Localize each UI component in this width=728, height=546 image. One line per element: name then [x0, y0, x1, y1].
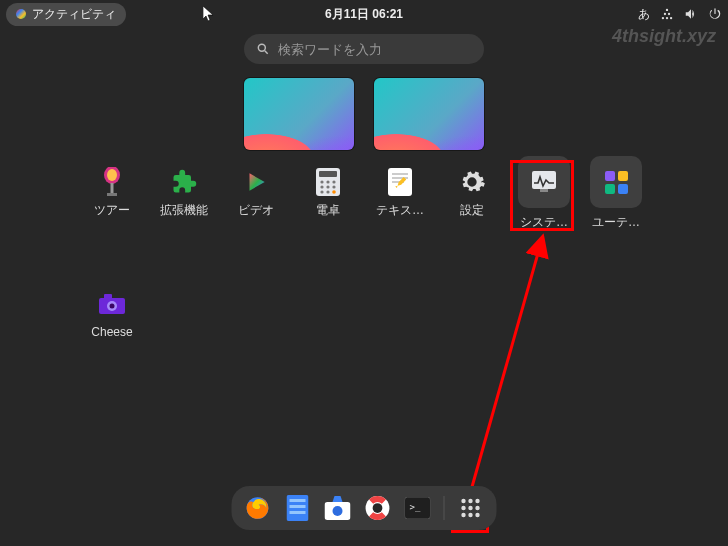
watermark-text: 4thsight.xyz — [612, 26, 716, 47]
calculator-icon — [314, 168, 342, 196]
search-icon — [256, 42, 270, 56]
utilities-folder-icon — [605, 171, 628, 194]
svg-rect-30 — [104, 294, 112, 300]
app-calculator[interactable]: 電卓 — [292, 168, 364, 231]
svg-point-3 — [664, 13, 666, 15]
activities-icon — [16, 9, 26, 19]
dock-software[interactable] — [324, 494, 352, 522]
annotation-highlight-system — [510, 160, 574, 231]
svg-point-15 — [326, 180, 329, 183]
workspace-thumbnail-1[interactable] — [244, 78, 354, 150]
app-label: 電卓 — [316, 202, 340, 219]
svg-point-40 — [333, 506, 343, 516]
app-label: Cheese — [91, 325, 132, 339]
dock-files[interactable] — [284, 494, 312, 522]
app-text-editor[interactable]: テキス… — [364, 168, 436, 231]
app-label: 拡張機能 — [160, 202, 208, 219]
app-extensions[interactable]: 拡張機能 — [148, 168, 220, 231]
dock-separator — [444, 496, 445, 520]
workspace-thumbnail-2[interactable] — [374, 78, 484, 150]
app-videos[interactable]: ビデオ — [220, 168, 292, 231]
svg-point-50 — [475, 506, 479, 510]
extensions-icon — [170, 168, 198, 196]
app-label: ユーテ… — [592, 214, 640, 231]
app-tour[interactable]: ツアー — [76, 168, 148, 231]
svg-point-5 — [666, 9, 668, 11]
power-icon[interactable] — [708, 7, 722, 21]
svg-point-16 — [332, 180, 335, 183]
clock-datetime[interactable]: 6月11日 06:21 — [325, 6, 403, 23]
svg-point-19 — [332, 185, 335, 188]
svg-text:>_: >_ — [410, 502, 421, 512]
gear-icon — [458, 168, 486, 196]
dock-help[interactable] — [364, 494, 392, 522]
svg-point-52 — [468, 513, 472, 517]
svg-rect-36 — [290, 499, 306, 502]
app-label: 設定 — [460, 202, 484, 219]
app-label: ツアー — [94, 202, 130, 219]
svg-rect-37 — [290, 505, 306, 508]
svg-point-1 — [666, 17, 668, 19]
dock-firefox[interactable] — [244, 494, 272, 522]
search-input[interactable] — [278, 42, 472, 57]
tour-icon — [98, 168, 126, 196]
svg-point-0 — [662, 17, 664, 19]
svg-point-48 — [461, 506, 465, 510]
dock-terminal[interactable]: >_ — [404, 494, 432, 522]
svg-point-18 — [326, 185, 329, 188]
svg-point-32 — [110, 304, 115, 309]
text-editor-icon — [386, 168, 414, 196]
app-label: ビデオ — [238, 202, 274, 219]
activities-button[interactable]: アクティビティ — [6, 3, 126, 26]
svg-point-21 — [326, 190, 329, 193]
activities-label: アクティビティ — [32, 6, 116, 23]
dock-show-apps[interactable] — [457, 494, 485, 522]
volume-icon[interactable] — [684, 7, 698, 21]
svg-rect-10 — [111, 183, 114, 193]
svg-point-20 — [320, 190, 323, 193]
svg-point-4 — [668, 13, 670, 15]
svg-point-51 — [461, 513, 465, 517]
ime-indicator[interactable]: あ — [638, 6, 650, 23]
svg-line-33 — [470, 239, 542, 494]
svg-point-2 — [670, 17, 672, 19]
svg-point-47 — [475, 499, 479, 503]
app-utilities-folder[interactable]: ユーテ… — [580, 168, 652, 231]
app-cheese[interactable]: Cheese — [76, 291, 148, 339]
svg-point-6 — [258, 44, 265, 51]
svg-point-49 — [468, 506, 472, 510]
svg-point-53 — [475, 513, 479, 517]
svg-rect-11 — [107, 193, 117, 196]
svg-line-7 — [265, 51, 268, 54]
svg-point-9 — [107, 169, 117, 181]
svg-point-46 — [468, 499, 472, 503]
svg-point-42 — [373, 503, 383, 513]
app-settings[interactable]: 設定 — [436, 168, 508, 231]
svg-point-14 — [320, 180, 323, 183]
svg-point-17 — [320, 185, 323, 188]
svg-rect-38 — [290, 511, 306, 514]
network-icon[interactable] — [660, 7, 674, 21]
dock: >_ — [232, 486, 497, 530]
app-label: テキス… — [376, 202, 424, 219]
svg-point-22 — [332, 190, 336, 194]
search-field[interactable] — [244, 34, 484, 64]
svg-rect-13 — [319, 171, 337, 177]
videos-icon — [242, 168, 270, 196]
svg-point-45 — [461, 499, 465, 503]
cheese-icon — [98, 291, 126, 319]
